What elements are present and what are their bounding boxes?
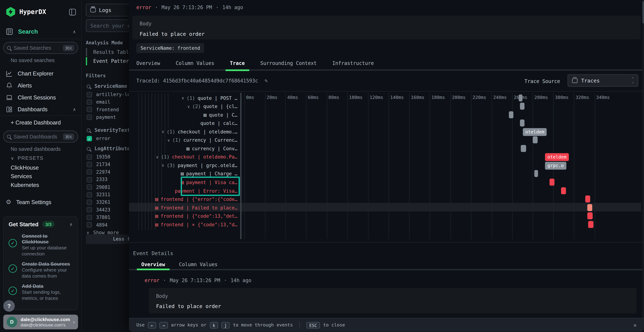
scrollbar[interactable]: [642, 0, 644, 318]
trace-tree-row[interactable]: ∨(2)quote | {cl…: [187, 102, 238, 110]
trace-source-select[interactable]: Traces ⌃⌄: [568, 74, 638, 87]
analysis-mode-results-table[interactable]: Results Table: [86, 48, 132, 56]
get-started-header[interactable]: Get Started 3/3 ∧: [8, 221, 73, 228]
chevron-down-icon[interactable]: ∨: [168, 138, 170, 142]
sidebar-item-alerts[interactable]: Alerts: [0, 80, 82, 90]
filter-option-21734[interactable]: 21734: [86, 162, 110, 167]
filter-option-32311[interactable]: 32311: [86, 192, 110, 198]
checkbox[interactable]: [86, 154, 92, 160]
checkbox[interactable]: [86, 192, 92, 197]
scrollbar-thumb[interactable]: [642, 1, 644, 24]
span-bar-labeled[interactable]: grpc.o: [545, 162, 566, 170]
get-started-item[interactable]: ✓Add DataStart sending logs,metrics, or …: [8, 283, 73, 302]
filter-option-29081[interactable]: 29081: [86, 184, 110, 190]
trace-tree-row[interactable]: ▤currency | Conv…: [186, 144, 238, 153]
saved-dashboards-input[interactable]: Saved Dashboards ⌘K: [3, 130, 78, 142]
chevron-up-icon[interactable]: ∧: [73, 106, 76, 112]
checkbox[interactable]: [86, 184, 92, 190]
chevron-up-icon[interactable]: ∧: [73, 29, 76, 34]
filter-option-33261[interactable]: 33261: [86, 199, 110, 205]
trace-tree-row[interactable]: ▤frontend | {"code":13,"det…: [155, 212, 238, 220]
checkbox[interactable]: [86, 92, 92, 97]
tree-timeline-divider[interactable]: [240, 93, 242, 239]
sidebar-preset-clickhouse[interactable]: ClickHouse: [11, 164, 39, 172]
trace-tree-row[interactable]: ▤frontend | Failed to place…: [155, 204, 238, 212]
filter-option-error[interactable]: ✓error: [86, 136, 110, 141]
close-icon[interactable]: ✕: [634, 322, 637, 328]
collapse-sidebar-icon[interactable]: [69, 8, 76, 16]
tab-trace[interactable]: Trace: [230, 60, 245, 66]
help-button[interactable]: ?: [3, 300, 15, 312]
get-started-item[interactable]: ✓Create Data SourcesConfigure where your…: [8, 261, 73, 279]
trace-tree-row[interactable]: ▤frontend | × {"code":13,"d…: [155, 220, 238, 228]
span-bar[interactable]: [587, 212, 593, 219]
tab-column-values[interactable]: Column Values: [179, 262, 218, 267]
span-bar[interactable]: [561, 187, 566, 194]
checkbox[interactable]: [86, 215, 92, 220]
checkbox[interactable]: [86, 107, 92, 112]
trace-tree-row[interactable]: ∨(3)payment | grpc.oteld…: [162, 161, 238, 170]
span-bar[interactable]: [534, 170, 538, 177]
chevron-down-icon[interactable]: ∨: [162, 130, 164, 134]
checkbox[interactable]: [86, 177, 92, 182]
trace-tree-row[interactable]: ∨(1)checkout | oteldemo.…: [162, 128, 238, 136]
span-bar[interactable]: [519, 94, 522, 101]
span-bar[interactable]: [520, 120, 524, 126]
checkbox[interactable]: [86, 207, 92, 212]
checkbox[interactable]: [86, 162, 92, 167]
span-bar[interactable]: [550, 179, 554, 186]
chevron-down-icon[interactable]: ∨: [187, 104, 190, 108]
sidebar-item-client-sessions[interactable]: Client Sessions: [0, 92, 82, 102]
checkbox[interactable]: [86, 114, 92, 120]
filter-option-artillery-loa[interactable]: artillery-loa: [86, 92, 133, 97]
span-bar[interactable]: [520, 103, 524, 110]
checkbox[interactable]: [86, 200, 92, 205]
filter-option-frontend[interactable]: frontend: [86, 106, 119, 112]
trace-tree-row[interactable]: quote | calc…: [200, 119, 238, 127]
trace-tree-row[interactable]: ▤frontend | {"error":{"code…: [155, 195, 238, 204]
sidebar-item-search[interactable]: Search ∧: [0, 26, 82, 37]
user-menu[interactable]: D dale@clickhouse.com dale@clickhouse.co…: [3, 315, 78, 330]
tab-surrounding-context[interactable]: Surrounding Context: [260, 60, 317, 66]
checkbox[interactable]: [86, 170, 92, 175]
trace-tree-row[interactable]: ∨(1)currency | Currenc…: [168, 136, 238, 144]
edit-trace-icon[interactable]: ✎: [264, 78, 268, 84]
span-bar-labeled[interactable]: oteldem: [523, 128, 547, 136]
tab-overview[interactable]: Overview: [136, 60, 160, 66]
span-bar[interactable]: [533, 136, 538, 144]
span-bar[interactable]: [588, 221, 594, 228]
trace-tree-row[interactable]: ▤quote | C…: [204, 111, 238, 119]
chevron-down-icon[interactable]: ∨: [162, 163, 164, 168]
checkbox[interactable]: [86, 99, 92, 105]
checkbox[interactable]: [86, 222, 92, 228]
sidebar-preset-kubernetes[interactable]: Kubernetes: [11, 181, 39, 189]
tab-column-values[interactable]: Column Values: [176, 60, 214, 66]
filter-option-19350[interactable]: 19350: [86, 154, 110, 160]
span-bar[interactable]: [585, 196, 590, 202]
saved-searches-input[interactable]: Saved Searches ⌘K: [3, 42, 78, 54]
filter-option-payment[interactable]: payment: [86, 114, 116, 120]
span-bar[interactable]: [587, 204, 592, 211]
tab-infrastructure[interactable]: Infrastructure: [332, 60, 374, 66]
get-started-item[interactable]: ✓Connect toClickHouseSet up your databas…: [8, 233, 73, 257]
sidebar-item-dashboards[interactable]: Dashboards ∧: [0, 104, 82, 114]
service-tag[interactable]: ServiceName: frontend: [136, 43, 204, 53]
presets-toggle[interactable]: ∨ PRESETS: [11, 155, 44, 161]
span-bar-labeled[interactable]: oteldem: [545, 153, 569, 161]
span-bar[interactable]: [521, 145, 526, 152]
sidebar-item-team-settings[interactable]: ⚙ Team Settings: [0, 197, 82, 207]
filter-option-email[interactable]: email: [86, 99, 110, 105]
analysis-mode-event-patterns[interactable]: Event Patterns: [86, 57, 135, 65]
filter-option-34423[interactable]: 34423: [86, 207, 110, 213]
sidebar-preset-services[interactable]: Services: [11, 172, 39, 181]
chevron-down-icon[interactable]: ∨: [156, 155, 158, 159]
trace-tree-row[interactable]: ∨(1)checkout | oteldemo.Pa…: [156, 153, 238, 161]
create-dashboard-button[interactable]: + Create Dashboard: [11, 120, 61, 126]
filter-option-2333[interactable]: 2333: [86, 177, 107, 182]
filter-option-37801[interactable]: 37801: [86, 214, 110, 220]
chevron-down-icon[interactable]: ∨: [182, 96, 184, 100]
trace-tree-row[interactable]: ∨(1)quote | POST …: [182, 94, 238, 102]
filter-option-22974[interactable]: 22974: [86, 169, 110, 175]
span-bar[interactable]: [509, 111, 513, 118]
filter-option-4894[interactable]: 4894: [86, 222, 107, 228]
